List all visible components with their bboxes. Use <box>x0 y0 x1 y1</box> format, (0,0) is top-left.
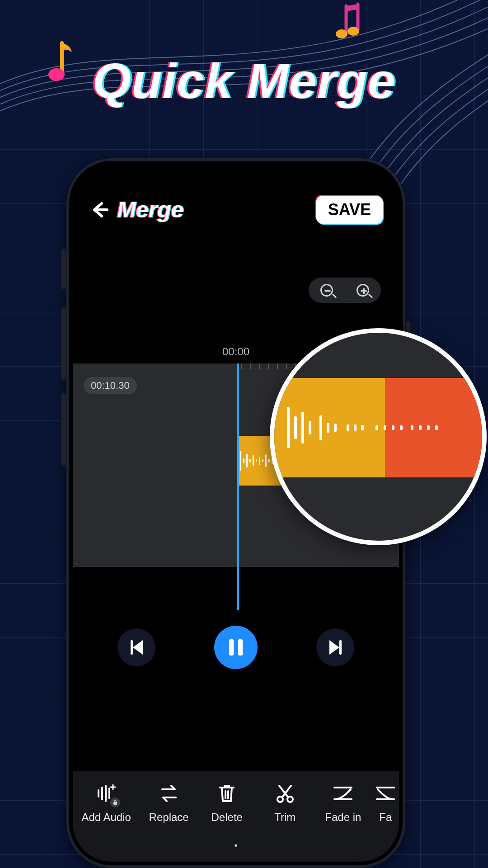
transport-controls <box>73 626 399 669</box>
tool-label: Trim <box>274 811 296 824</box>
page-title: Quick Merge <box>0 52 488 109</box>
top-bar: Merge SAVE <box>89 192 383 228</box>
waveform-icon <box>274 378 482 477</box>
phone-side-button <box>61 249 66 289</box>
previous-button[interactable] <box>117 628 155 666</box>
clip-duration-badge: 00:10.30 <box>84 377 137 394</box>
tool-replace[interactable]: Replace <box>140 782 198 824</box>
zoom-in-icon <box>357 284 369 297</box>
phone-side-button <box>61 307 66 380</box>
tool-label: Fa <box>379 811 392 824</box>
tool-label: Replace <box>149 811 189 824</box>
lock-icon <box>110 797 120 807</box>
trash-icon <box>216 782 238 805</box>
tool-trim[interactable]: Trim <box>256 782 314 824</box>
pause-icon <box>229 639 243 656</box>
add-audio-icon <box>95 782 117 805</box>
replace-icon <box>158 782 180 805</box>
skip-next-icon <box>329 640 339 655</box>
tool-delete[interactable]: Delete <box>198 782 256 824</box>
tool-fade-out[interactable]: Fa <box>372 782 399 824</box>
screen-title: Merge <box>117 197 183 223</box>
zoom-control <box>309 278 381 303</box>
save-button[interactable]: SAVE <box>316 196 383 224</box>
svg-rect-9 <box>113 802 117 805</box>
tool-label: Delete <box>211 811 243 824</box>
zoom-out-icon <box>320 284 333 297</box>
scissors-icon <box>274 782 296 805</box>
pause-button[interactable] <box>214 626 258 669</box>
fade-in-icon <box>332 782 354 805</box>
arrow-left-icon <box>89 200 109 220</box>
tool-fade-in[interactable]: Fade in <box>314 782 372 824</box>
fade-out-icon <box>374 782 397 805</box>
zoom-in-button[interactable] <box>345 284 381 297</box>
phone-side-button <box>61 393 66 466</box>
tool-label: Add Audio <box>81 811 131 824</box>
tool-add-audio[interactable]: Add Audio <box>73 782 140 824</box>
back-button[interactable]: Merge <box>89 197 183 223</box>
skip-previous-icon <box>133 640 143 655</box>
skip-next-icon <box>339 640 342 655</box>
magnifier-overlay <box>270 328 487 545</box>
tool-label: Fade in <box>325 811 361 824</box>
zoom-out-button[interactable] <box>309 284 345 297</box>
bottom-toolbar: Add Audio Replace <box>73 771 399 862</box>
next-button[interactable] <box>316 628 354 666</box>
playhead[interactable] <box>237 363 239 610</box>
page-indicator: • <box>73 840 399 851</box>
